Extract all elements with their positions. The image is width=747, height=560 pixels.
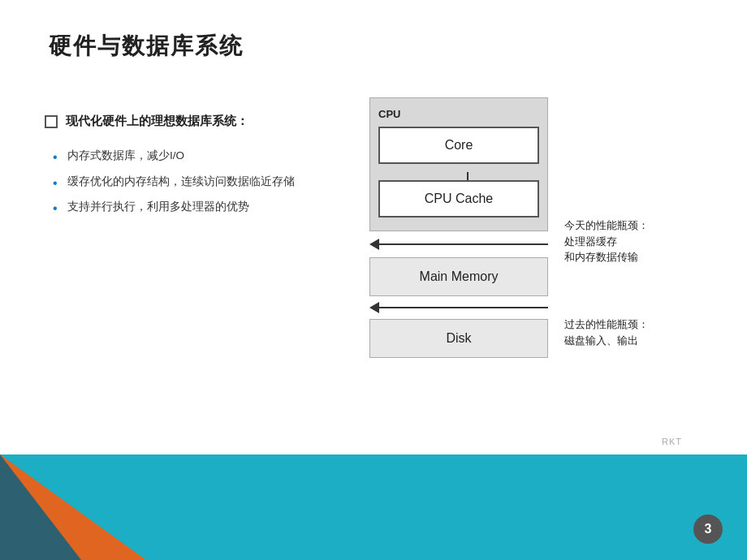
arrow-memory-disk xyxy=(369,296,548,319)
arrow-cpu-memory xyxy=(369,231,548,257)
diagram-area: CPU Core CPU Cache Main Memory Disk xyxy=(369,97,572,358)
left-content: 现代化硬件上的理想数据库系统： 内存式数据库，减少I/O 缓存优化的内存结构，连… xyxy=(45,114,353,224)
cpu-label: CPU xyxy=(378,108,539,120)
dark-triangle xyxy=(0,454,81,560)
arrow-line xyxy=(379,243,548,245)
list-item: 缓存优化的内存结构，连续访问数据临近存储 xyxy=(53,173,353,191)
slide-title: 硬件与数据库系统 xyxy=(49,31,244,62)
bullet-header-text: 现代化硬件上的理想数据库系统： xyxy=(66,114,248,129)
bullet-header: 现代化硬件上的理想数据库系统： xyxy=(45,114,353,129)
annotation-today: 今天的性能瓶颈： 处理器缓存 和内存数据传输 xyxy=(564,218,710,265)
connector-line xyxy=(467,172,468,180)
checkbox-icon xyxy=(45,115,58,128)
cache-box: CPU Cache xyxy=(378,180,539,218)
slide: 硬件与数据库系统 现代化硬件上的理想数据库系统： 内存式数据库，减少I/O 缓存… xyxy=(0,0,747,560)
arrow-line2 xyxy=(379,307,548,308)
cpu-box: CPU Core CPU Cache xyxy=(369,97,548,231)
bullet-list: 内存式数据库，减少I/O 缓存优化的内存结构，连续访问数据临近存储 支持并行执行… xyxy=(45,147,353,216)
main-memory-box: Main Memory xyxy=(369,257,548,296)
page-number: 3 xyxy=(693,515,723,544)
bottom-bar xyxy=(0,454,747,560)
disk-box: Disk xyxy=(369,319,548,358)
footer-rkt: RKT xyxy=(662,437,682,446)
list-item: 内存式数据库，减少I/O xyxy=(53,147,353,165)
list-item: 支持并行执行，利用多处理器的优势 xyxy=(53,198,353,216)
core-box: Core xyxy=(378,127,539,164)
arrow-left-icon2 xyxy=(369,302,379,313)
annotation-past: 过去的性能瓶颈： 磁盘输入、输出 xyxy=(564,317,710,348)
arrow-left-icon xyxy=(369,239,379,250)
